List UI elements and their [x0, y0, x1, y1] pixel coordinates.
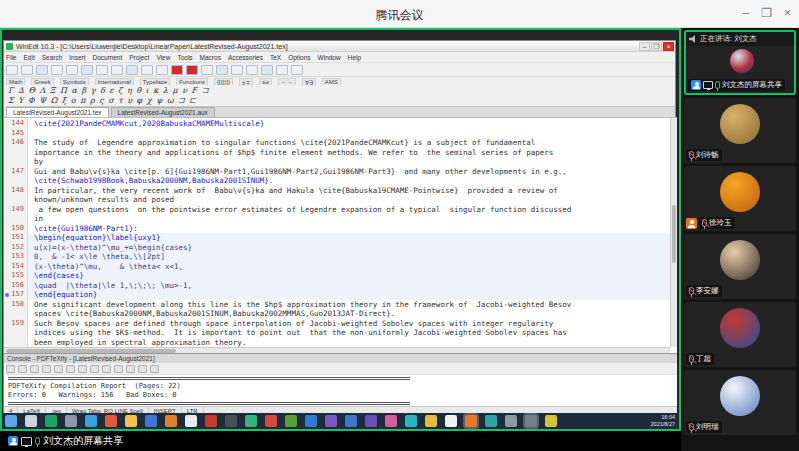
document-tab[interactable]: LatestRevised-August2021.tex	[6, 107, 109, 117]
symbol-tab[interactable]: Typeface	[140, 78, 170, 85]
editor-area[interactable]: 144\cite{2021PandeCMAMKcut,2020BabuskaCM…	[4, 117, 677, 353]
toolbar-icon-6[interactable]	[81, 65, 93, 75]
menu-item-view[interactable]: View	[156, 54, 170, 61]
console-toolbar-icon[interactable]	[66, 365, 75, 373]
greek-symbols-row-1[interactable]: Γ Δ Θ Λ Ξ Π α β γ δ ε ζ η θ ι κ λ μ ν Ϝ …	[8, 86, 675, 96]
console-toolbar-icon[interactable]	[54, 365, 63, 373]
toolbar-icon-14[interactable]	[201, 65, 213, 75]
toolbar-icon-5[interactable]	[66, 65, 78, 75]
toolbar-icon-10[interactable]	[141, 65, 153, 75]
toolbar-icon-13[interactable]	[186, 65, 198, 75]
bookmark-icon[interactable]	[5, 293, 9, 297]
toolbar-icon-2[interactable]	[21, 65, 33, 75]
taskbar-app-icon-10[interactable]	[185, 415, 197, 427]
video-tile-participant[interactable]: 刘明瑞	[684, 370, 796, 435]
toolbar-icon-19[interactable]	[276, 65, 288, 75]
console-toolbar-icon[interactable]	[42, 365, 51, 373]
close-button[interactable]: ×	[784, 6, 791, 20]
taskbar-app-icon-15[interactable]	[285, 415, 297, 427]
menu-item-file[interactable]: File	[6, 54, 16, 61]
taskbar-app-icon-2[interactable]	[25, 415, 37, 427]
console-toolbar-icon[interactable]	[114, 365, 123, 373]
console-toolbar-icon[interactable]	[30, 365, 39, 373]
taskbar-app-icon-11[interactable]	[205, 415, 217, 427]
winedt-close-button[interactable]: ×	[663, 42, 674, 51]
taskbar-app-icon-14[interactable]	[265, 415, 277, 427]
taskbar-app-icon-21[interactable]	[405, 415, 417, 427]
video-tile-participant[interactable]: 丁超	[684, 302, 796, 367]
taskbar-app-icon-7[interactable]	[125, 415, 137, 427]
taskbar-app-icon-22[interactable]	[425, 415, 437, 427]
menu-item-document[interactable]: Document	[93, 54, 123, 61]
taskbar-app-icon-20[interactable]	[385, 415, 397, 427]
symbol-tab[interactable]: AMS	[322, 78, 341, 85]
symbol-tab[interactable]: {[(|)]}	[214, 78, 233, 85]
menu-item-window[interactable]: Window	[318, 54, 341, 61]
symbol-tab[interactable]: International	[95, 78, 134, 85]
symbol-tab[interactable]: ←→	[278, 78, 296, 85]
minimize-button[interactable]: –	[743, 6, 750, 20]
menu-item-project[interactable]: Project	[129, 54, 149, 61]
toolbar-icon-15[interactable]	[216, 65, 228, 75]
menu-item-edit[interactable]: Edit	[23, 54, 34, 61]
taskbar-app-icon-25[interactable]	[485, 415, 497, 427]
taskbar-app-icon-19[interactable]	[365, 415, 377, 427]
video-tile-participant[interactable]: 徐玲玉	[684, 166, 796, 231]
menu-item-search[interactable]: Search	[42, 54, 63, 61]
taskbar-clock[interactable]: 16:04 2021/8/27	[651, 414, 675, 428]
menu-item-insert[interactable]: Insert	[69, 54, 85, 61]
editor-vertical-scrollbar[interactable]	[670, 118, 677, 347]
symbol-tab[interactable]: Math	[6, 78, 25, 85]
taskbar-app-icon-18[interactable]	[345, 415, 357, 427]
maximize-button[interactable]: ❐	[761, 6, 772, 20]
toolbar-icon-7[interactable]	[96, 65, 108, 75]
console-toolbar-icon[interactable]	[102, 365, 111, 373]
console-toolbar-icon[interactable]	[126, 365, 135, 373]
toolbar-icon-1[interactable]	[6, 65, 18, 75]
taskbar-app-icon-4[interactable]	[65, 415, 77, 427]
taskbar-app-icon-26[interactable]	[505, 415, 517, 427]
symbol-tab[interactable]: Functions	[176, 78, 208, 85]
toolbar-icon-12[interactable]	[171, 65, 183, 75]
menu-item-tools[interactable]: Tools	[177, 54, 192, 61]
console-toolbar-icon[interactable]	[90, 365, 99, 373]
menu-item-accessories[interactable]: Accessories	[228, 54, 263, 61]
symbol-tab[interactable]: ∀∃	[302, 78, 316, 86]
toolbar-icon-20[interactable]	[291, 65, 303, 75]
toolbar-icon-16[interactable]	[231, 65, 243, 75]
taskbar-app-icon-1[interactable]	[5, 415, 17, 427]
menu-item-help[interactable]: Help	[348, 54, 361, 61]
symbol-tab[interactable]: Greek	[31, 78, 53, 85]
taskbar-app-icon-5[interactable]	[85, 415, 97, 427]
taskbar-app-icon-24[interactable]	[465, 415, 477, 427]
symbol-tab[interactable]: ≤≥	[259, 78, 272, 85]
taskbar-app-icon-27[interactable]	[525, 415, 537, 427]
symbol-tab[interactable]: ±∓	[239, 78, 253, 86]
toolbar-icon-3[interactable]	[36, 65, 48, 75]
taskbar-app-icon-28[interactable]	[545, 415, 557, 427]
video-tile-participant[interactable]: 李安娜	[684, 234, 796, 299]
taskbar-app-icon-16[interactable]	[305, 415, 317, 427]
document-tab[interactable]: LatestRevised-August2021.aux	[111, 107, 215, 117]
toolbar-icon-18[interactable]	[261, 65, 273, 75]
video-tile-participant[interactable]: 刘诗畅	[684, 98, 796, 163]
winedt-maximize-button[interactable]: ❐	[651, 42, 662, 51]
console-toolbar-icon[interactable]	[138, 365, 147, 373]
taskbar-app-icon-13[interactable]	[245, 415, 257, 427]
taskbar-app-icon-23[interactable]	[445, 415, 457, 427]
taskbar-app-icon-9[interactable]	[165, 415, 177, 427]
taskbar-app-icon-12[interactable]	[225, 415, 237, 427]
console-toolbar-icon[interactable]	[78, 365, 87, 373]
menu-item-options[interactable]: Options	[288, 54, 310, 61]
toolbar-icon-8[interactable]	[111, 65, 123, 75]
console-toolbar-icon[interactable]	[18, 365, 27, 373]
toolbar-icon-11[interactable]	[156, 65, 168, 75]
toolbar-icon-9[interactable]	[126, 65, 138, 75]
taskbar-app-icon-17[interactable]	[325, 415, 337, 427]
taskbar-app-icon-3[interactable]	[45, 415, 57, 427]
taskbar-app-icon-8[interactable]	[145, 415, 157, 427]
console-toolbar-icon[interactable]	[150, 365, 159, 373]
menu-item-tex[interactable]: TeX	[270, 54, 281, 61]
greek-symbols-row-2[interactable]: Σ Υ Φ Ψ Ω ξ ο π ρ ς σ τ υ φ χ ψ ω ⊐ ⊏	[8, 96, 675, 106]
taskbar-app-icon-6[interactable]	[105, 415, 117, 427]
